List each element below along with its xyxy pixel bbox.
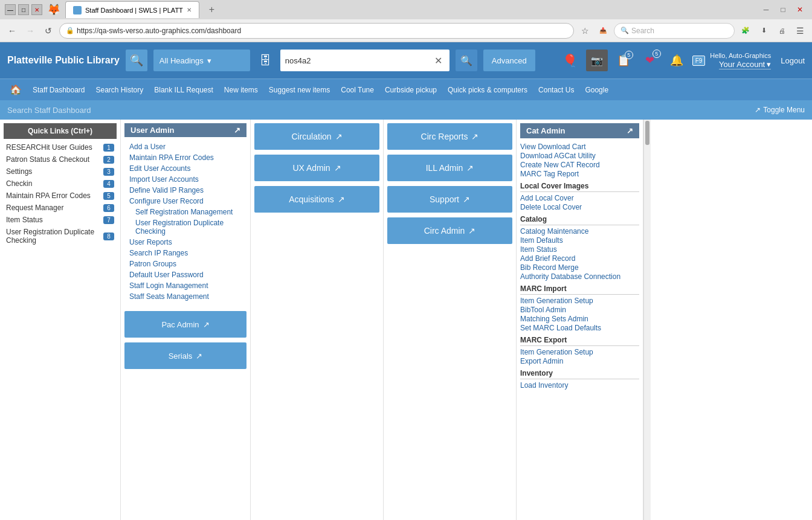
window-minimize-icon[interactable]: ─	[759, 2, 773, 17]
quick-link-researchit[interactable]: RESEARCHit User Guides 1	[4, 141, 117, 153]
link-add-user[interactable]: Add a User	[129, 142, 242, 152]
scrollbar[interactable]	[643, 120, 651, 520]
tab-close-button[interactable]: ✕	[187, 7, 192, 13]
link-staff-login[interactable]: Staff Login Management	[129, 281, 242, 290]
acquisitions-button[interactable]: Acquisitions ↗	[254, 186, 379, 213]
cat-admin-header[interactable]: Cat Admin ↗	[520, 123, 639, 138]
nav-search-history[interactable]: Search History	[91, 79, 149, 101]
link-download-agcat[interactable]: Download AGCat Utility	[520, 151, 596, 161]
search-type-dropdown[interactable]: All Headings ▾	[153, 50, 250, 71]
link-matching-sets[interactable]: Matching Sets Admin	[520, 314, 588, 324]
close-button[interactable]: ✕	[31, 4, 42, 15]
window-close-icon[interactable]: ✕	[793, 2, 807, 17]
link-create-cat[interactable]: Create New CAT Record	[520, 160, 600, 170]
search-clear-button[interactable]: ✕	[432, 55, 445, 66]
link-configure-user[interactable]: Configure User Record	[129, 196, 242, 206]
link-edit-user[interactable]: Edit User Accounts	[129, 164, 242, 173]
link-bibtool[interactable]: BibTool Admin	[520, 305, 566, 315]
app-title: Platteville Public Library	[7, 55, 120, 66]
serials-button[interactable]: Serials ↗	[124, 342, 246, 369]
print-button[interactable]: 🖨	[775, 24, 789, 38]
link-item-defaults[interactable]: Item Defaults	[520, 236, 563, 245]
link-user-reg-dup[interactable]: User Registration Duplicate Checking	[129, 218, 242, 236]
nav-contact-us[interactable]: Contact Us	[533, 79, 579, 101]
link-delete-local-cover[interactable]: Delete Local Cover	[520, 202, 582, 212]
ill-admin-button[interactable]: ILL Admin ↗	[387, 155, 512, 181]
toggle-menu-button[interactable]: ↗ Toggle Menu	[755, 106, 805, 114]
circ-reports-button[interactable]: Circ Reports ↗	[387, 123, 512, 150]
reports-icon[interactable]: 📋 5	[613, 50, 634, 71]
quick-link-item-status[interactable]: Item Status 7	[4, 214, 117, 226]
nav-google[interactable]: Google	[580, 79, 613, 101]
support-button[interactable]: Support ↗	[387, 186, 512, 213]
star-button[interactable]: ☆	[578, 24, 592, 38]
quick-link-settings[interactable]: Settings 3	[4, 165, 117, 178]
favorites-icon[interactable]: ❤ 5	[639, 50, 661, 71]
link-add-local-cover[interactable]: Add Local Cover	[520, 193, 574, 203]
nav-new-items[interactable]: New items	[219, 79, 263, 101]
link-item-gen-export[interactable]: Item Generation Setup	[520, 347, 593, 357]
quick-link-user-reg[interactable]: User Registration Duplicate Checking 8	[4, 226, 117, 246]
forward-button[interactable]: →	[23, 24, 37, 38]
link-item-gen-import[interactable]: Item Generation Setup	[520, 296, 593, 306]
account-dropdown[interactable]: Your Account ▾	[719, 60, 771, 69]
link-marc-tag[interactable]: MARC Tag Report	[520, 169, 579, 179]
quick-link-item-status-badge: 7	[103, 216, 114, 224]
link-default-password[interactable]: Default User Password	[129, 270, 242, 280]
quick-link-checkin[interactable]: Checkin 4	[4, 178, 117, 190]
pac-admin-button[interactable]: Pac Admin ↗	[124, 311, 246, 338]
address-input[interactable]: 🔒 https://qa-swls-verso.auto-graphics.co…	[59, 23, 574, 39]
quick-link-rpa[interactable]: Maintain RPA Error Codes 5	[4, 190, 117, 202]
link-define-ip[interactable]: Define Valid IP Ranges	[129, 185, 242, 195]
nav-staff-dashboard[interactable]: Staff Dashboard	[28, 79, 90, 101]
nav-home[interactable]: 🏠	[5, 79, 27, 101]
link-self-registration[interactable]: Self Registration Management	[129, 207, 242, 217]
new-tab-button[interactable]: +	[204, 2, 219, 18]
balloon-icon[interactable]: 🎈	[559, 50, 581, 71]
circ-admin-button[interactable]: Circ Admin ↗	[387, 217, 512, 244]
link-add-brief[interactable]: Add Brief Record	[520, 254, 575, 263]
download-button[interactable]: ⬇	[756, 24, 771, 38]
link-marc-load-defaults[interactable]: Set MARC Load Defaults	[520, 323, 601, 333]
user-admin-header[interactable]: User Admin ↗	[124, 123, 246, 137]
menu-button[interactable]: ☰	[793, 24, 807, 38]
nav-blank-ill[interactable]: Blank ILL Request	[149, 79, 218, 101]
link-authority-db[interactable]: Authority Database Connection	[520, 272, 620, 281]
notifications-icon[interactable]: 🔔	[666, 50, 688, 71]
link-maintain-rpa[interactable]: Maintain RPA Error Codes	[129, 153, 242, 162]
circulation-button[interactable]: Circulation ↗	[254, 123, 379, 150]
maximize-button[interactable]: □	[18, 4, 29, 15]
quick-link-request-manager[interactable]: Request Manager 6	[4, 202, 117, 214]
search-staff-input[interactable]	[7, 106, 188, 115]
active-tab[interactable]: Staff Dashboard | SWLS | PLATT ✕	[65, 1, 199, 18]
link-patron-groups[interactable]: Patron Groups	[129, 259, 242, 269]
nav-suggest-new[interactable]: Suggest new items	[264, 79, 335, 101]
logout-button[interactable]: Logout	[781, 56, 805, 65]
advanced-search-button[interactable]: Advanced	[483, 50, 535, 71]
back-button[interactable]: ←	[5, 24, 19, 38]
nav-curbside[interactable]: Curbside pickup	[380, 79, 442, 101]
link-search-ip[interactable]: Search IP Ranges	[129, 248, 242, 258]
nav-quick-picks[interactable]: Quick picks & computers	[443, 79, 532, 101]
search-input[interactable]	[285, 56, 432, 65]
link-view-cart[interactable]: View Download Cart	[520, 142, 586, 152]
window-restore-icon[interactable]: □	[776, 2, 790, 17]
link-catalog-maintenance[interactable]: Catalog Maintenance	[520, 226, 588, 236]
ux-admin-button[interactable]: UX Admin ↗	[254, 155, 379, 181]
link-user-reports[interactable]: User Reports	[129, 237, 242, 247]
window-controls[interactable]: — □ ✕	[5, 4, 42, 15]
link-export-admin[interactable]: Export Admin	[520, 356, 563, 366]
link-item-status[interactable]: Item Status	[520, 245, 557, 254]
pocket-button[interactable]: 📥	[596, 24, 610, 38]
link-load-inventory[interactable]: Load Inventory	[520, 380, 568, 390]
link-import-user[interactable]: Import User Accounts	[129, 175, 242, 184]
link-bib-merge[interactable]: Bib Record Merge	[520, 263, 579, 272]
search-button[interactable]: 🔍	[456, 50, 477, 71]
nav-cool-tune[interactable]: Cool Tune	[336, 79, 379, 101]
link-staff-seats[interactable]: Staff Seats Management	[129, 292, 242, 301]
minimize-button[interactable]: —	[5, 4, 16, 15]
quick-link-patron-status[interactable]: Patron Status & Checkout 2	[4, 153, 117, 165]
extensions-button[interactable]: 🧩	[738, 24, 753, 38]
camera-icon[interactable]: 📷	[586, 50, 608, 71]
refresh-button[interactable]: ↺	[41, 24, 56, 38]
